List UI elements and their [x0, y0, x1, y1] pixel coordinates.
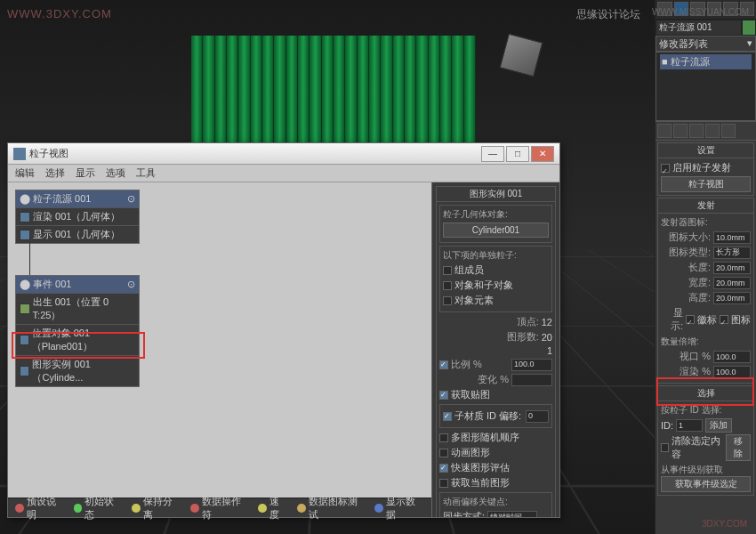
- annotation-highlight: [656, 377, 754, 406]
- depot-preset[interactable]: 预设说明: [15, 495, 65, 522]
- close-button[interactable]: ✕: [531, 146, 554, 162]
- obj-children-checkbox[interactable]: [443, 281, 452, 290]
- particle-id-spinner[interactable]: 1: [676, 419, 703, 432]
- watermark-top-left: WWW.3DXY.COM: [7, 7, 112, 20]
- submat-spinner[interactable]: 0: [526, 410, 549, 423]
- event-node[interactable]: ⬤事件 001⊙ 出生 001（位置 0 T:25） 位置对象 001（Plan…: [15, 275, 140, 387]
- rollout-title[interactable]: 发射: [658, 198, 753, 214]
- display-icon: [20, 230, 30, 240]
- menu-edit[interactable]: 编辑: [15, 166, 35, 180]
- menu-display[interactable]: 显示: [76, 166, 95, 180]
- minimize-button[interactable]: —: [481, 146, 504, 162]
- depot-speed[interactable]: 速度: [258, 495, 288, 522]
- scale-checkbox[interactable]: [439, 360, 448, 369]
- icon-type-dropdown[interactable]: 长方形: [713, 247, 751, 259]
- particle-view-button[interactable]: 粒子视图: [661, 176, 751, 192]
- viewport-pct-spinner[interactable]: 100.0: [713, 351, 751, 363]
- obj-elements-checkbox[interactable]: [443, 296, 452, 305]
- unique-icon[interactable]: [689, 124, 704, 138]
- object-name-field[interactable]: 粒子流源 001: [655, 20, 742, 36]
- icon-size-spinner[interactable]: 10.0mm: [713, 231, 751, 244]
- show-logo-checkbox[interactable]: [686, 315, 695, 324]
- watermark-bottom-right: 3DXY.COM: [702, 519, 747, 529]
- sync-dropdown[interactable]: 绝对时间: [487, 511, 537, 518]
- viewcube-gizmo[interactable]: [500, 34, 543, 77]
- configure-icon[interactable]: [721, 124, 736, 138]
- depot-displaydata[interactable]: 显示数据: [374, 495, 424, 522]
- maximize-button[interactable]: □: [506, 146, 529, 162]
- length-spinner[interactable]: 20.0mm: [713, 262, 751, 274]
- render-icon: [20, 212, 30, 222]
- settings-rollout: 设置 启用粒子发射 粒子视图: [657, 142, 754, 196]
- menu-select[interactable]: 选择: [45, 166, 65, 180]
- display-operator[interactable]: 显示 001（几何体）: [16, 225, 139, 243]
- node-header[interactable]: ⬤粒子流源 001⊙: [16, 190, 139, 207]
- depot-initial[interactable]: 初始状态: [74, 495, 124, 522]
- fast-eval-checkbox[interactable]: [439, 464, 448, 473]
- acquire-mat-checkbox[interactable]: [443, 412, 452, 421]
- remove-button[interactable]: 移除: [726, 434, 751, 461]
- height-spinner[interactable]: 20.0mm: [713, 292, 751, 304]
- clear-sel-checkbox[interactable]: [661, 443, 669, 452]
- width-spinner[interactable]: 20.0mm: [713, 277, 751, 289]
- menubar: 编辑 选择 显示 选项 工具: [8, 165, 559, 182]
- watermark-top-right: 思缘设计论坛: [576, 7, 640, 22]
- pflow-icon: [13, 148, 26, 160]
- lightbulb-icon: ⬤: [20, 193, 30, 205]
- modifier-list-dropdown[interactable]: 修改器列表▾: [655, 36, 756, 52]
- modifier-stack[interactable]: ■ 粒子流源: [655, 52, 756, 121]
- enable-emit-checkbox[interactable]: [661, 164, 670, 173]
- birth-icon: [20, 303, 30, 314]
- variation-spinner[interactable]: [511, 374, 552, 386]
- node-collapse-icon[interactable]: ⊙: [127, 193, 135, 205]
- acquire-current-checkbox[interactable]: [439, 479, 448, 488]
- window-title: 粒子视图: [29, 147, 479, 160]
- add-button[interactable]: 添加: [705, 418, 732, 433]
- pick-geom-button[interactable]: Cylinder001: [443, 222, 549, 238]
- render-operator[interactable]: 渲染 001（几何体）: [16, 207, 139, 225]
- lightbulb-icon: ⬤: [20, 279, 30, 290]
- acquire-map-checkbox[interactable]: [439, 391, 448, 400]
- shape-instance-operator[interactable]: 图形实例 001（Cylinde...: [16, 355, 139, 386]
- node-collapse-icon[interactable]: ⊙: [127, 279, 135, 290]
- command-panel: 粒子流源 001 修改器列表▾ ■ 粒子流源 设置 启用粒子发射 粒子视图 发射…: [655, 0, 756, 534]
- pv-parameters-panel: 图形实例 001 粒子几何体对象: Cylinder001 以下项的单独粒子: …: [431, 182, 559, 517]
- multi-random-checkbox[interactable]: [439, 433, 448, 442]
- shape-instance-rollout: 图形实例 001 粒子几何体对象: Cylinder001 以下项的单独粒子: …: [436, 186, 556, 517]
- anim-shape-checkbox[interactable]: [439, 449, 448, 457]
- stack-toolbar: [655, 121, 756, 141]
- menu-options[interactable]: 选项: [106, 166, 125, 180]
- birth-operator[interactable]: 出生 001（位置 0 T:25）: [16, 293, 139, 324]
- window-titlebar[interactable]: 粒子视图 — □ ✕: [8, 143, 559, 165]
- show-icon-checkbox[interactable]: [720, 315, 728, 324]
- chevron-down-icon: ▾: [747, 37, 752, 50]
- get-event-sel-button[interactable]: 获取事件级选定: [661, 476, 751, 492]
- emission-rollout: 发射 发射器图标: 图标大小:10.0mm 图标类型:长方形 长度:20.0mm…: [657, 198, 754, 384]
- pin-stack-icon[interactable]: [657, 124, 672, 138]
- depot-dataop[interactable]: 数据操作符: [190, 495, 249, 522]
- stack-item[interactable]: ■ 粒子流源: [660, 54, 752, 69]
- depot-datatest[interactable]: 数据图标测试: [297, 495, 366, 522]
- object-color-swatch[interactable]: [742, 20, 756, 36]
- watermark-url: WWW.MISSYUAN.COM: [652, 7, 749, 17]
- pv-schematic-canvas[interactable]: ⬤粒子流源 001⊙ 渲染 001（几何体） 显示 001（几何体） ⬤事件 0…: [8, 182, 431, 517]
- show-end-icon[interactable]: [673, 124, 688, 138]
- annotation-highlight: [12, 332, 145, 359]
- group-members-checkbox[interactable]: [443, 266, 452, 275]
- depot-toolbar: 预设说明 初始状态 保持分离 数据操作符 速度 数据图标测试 显示数据: [8, 498, 431, 517]
- render-pct-spinner[interactable]: 100.0: [713, 366, 751, 378]
- depot-keep[interactable]: 保持分离: [132, 495, 181, 522]
- node-wire: [29, 241, 30, 279]
- shape-icon: [20, 366, 29, 376]
- rollout-title[interactable]: 设置: [658, 143, 753, 158]
- menu-tools[interactable]: 工具: [136, 166, 156, 180]
- rollout-title[interactable]: 图形实例 001: [437, 187, 555, 202]
- node-header[interactable]: ⬤事件 001⊙: [16, 276, 139, 293]
- remove-mod-icon[interactable]: [705, 124, 720, 138]
- particle-view-window: 粒子视图 — □ ✕ 编辑 选择 显示 选项 工具 ⬤粒子流源 001⊙ 渲染 …: [7, 142, 560, 518]
- pflow-source-node[interactable]: ⬤粒子流源 001⊙ 渲染 001（几何体） 显示 001（几何体）: [15, 190, 140, 244]
- scale-spinner[interactable]: 100.0: [511, 359, 552, 371]
